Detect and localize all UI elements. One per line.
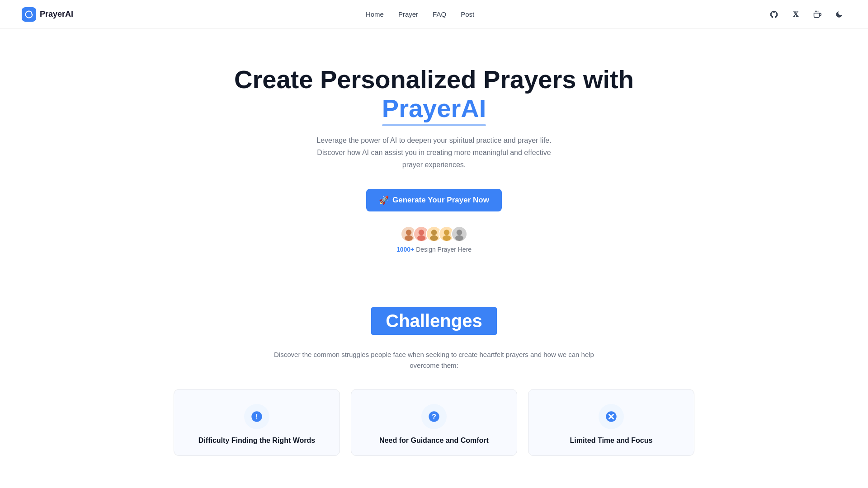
avatars-group — [401, 226, 467, 242]
svg-text:?: ? — [432, 413, 436, 421]
logo-text: PrayerAI — [40, 9, 73, 19]
hero-cta: 🚀 Generate Your Prayer Now — [11, 189, 857, 211]
navbar: PrayerAI Home Prayer FAQ Post 𝕏 — [0, 0, 868, 29]
card-2-icon-circle: ? — [421, 404, 447, 429]
challenge-cards: ! Difficulty Finding the Right Words ? N… — [163, 389, 705, 456]
x-twitter-icon[interactable]: 𝕏 — [788, 7, 803, 22]
social-proof: 1000+ Design Prayer Here — [11, 226, 857, 253]
nav-faq[interactable]: FAQ — [433, 10, 446, 18]
hero-section: Create Personalized Prayers with PrayerA… — [0, 29, 868, 280]
social-count: 1000+ — [396, 246, 414, 253]
logo[interactable]: PrayerAI — [22, 7, 73, 22]
svg-point-11 — [457, 230, 462, 235]
card-2-title: Need for Guidance and Comfort — [362, 436, 506, 445]
svg-point-6 — [417, 235, 425, 241]
social-text: 1000+ Design Prayer Here — [396, 246, 472, 253]
hero-subtitle: Leverage the power of AI to deepen your … — [312, 134, 556, 171]
challenges-badge: Challenges — [371, 307, 496, 335]
cta-label: Generate Your Prayer Now — [392, 196, 489, 205]
nav-actions: 𝕏 — [767, 7, 846, 22]
nav-home[interactable]: Home — [366, 10, 384, 18]
nav-post[interactable]: Post — [461, 10, 474, 18]
hero-title: Create Personalized Prayers with PrayerA… — [11, 65, 857, 123]
card-1-icon-circle: ! — [244, 404, 269, 429]
svg-point-5 — [419, 230, 424, 235]
social-suffix: Design Prayer Here — [414, 246, 472, 253]
svg-point-4 — [405, 235, 413, 241]
card-1-title: Difficulty Finding the Right Words — [185, 436, 329, 445]
card-3-title: Limited Time and Focus — [539, 436, 683, 445]
svg-point-7 — [431, 230, 437, 235]
cup-icon[interactable] — [810, 7, 825, 22]
challenges-section: Challenges Discover the common struggles… — [0, 280, 868, 474]
hero-title-line1: Create Personalized Prayers with — [234, 65, 634, 94]
challenge-card-2: ? Need for Guidance and Comfort — [351, 389, 517, 456]
svg-point-12 — [455, 235, 463, 241]
rocket-icon: 🚀 — [379, 195, 389, 205]
svg-point-10 — [443, 235, 451, 241]
challenge-card-1: ! Difficulty Finding the Right Words — [174, 389, 340, 456]
dark-mode-icon[interactable] — [832, 7, 846, 22]
avatar-5 — [451, 226, 467, 242]
svg-point-9 — [444, 230, 449, 235]
nav-links: Home Prayer FAQ Post — [366, 10, 474, 18]
svg-point-3 — [406, 230, 411, 235]
github-icon[interactable] — [767, 7, 781, 22]
challenges-subtitle: Discover the common struggles people fac… — [262, 349, 606, 371]
svg-point-8 — [430, 235, 438, 241]
nav-prayer[interactable]: Prayer — [398, 10, 418, 18]
hero-brand-name: PrayerAI — [382, 94, 486, 123]
card-3-icon-circle — [599, 404, 624, 429]
logo-icon — [22, 7, 36, 22]
challenge-card-3: Limited Time and Focus — [528, 389, 694, 456]
svg-text:!: ! — [255, 413, 258, 421]
generate-prayer-button[interactable]: 🚀 Generate Your Prayer Now — [366, 189, 502, 211]
